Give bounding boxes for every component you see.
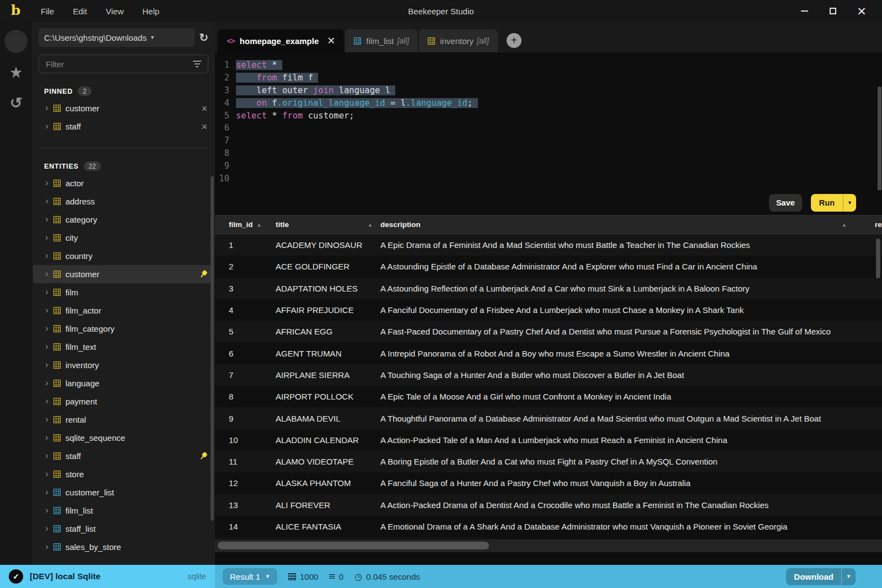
cell-title[interactable]: ADAPTATION HOLES [276, 284, 380, 293]
column-header-description[interactable]: description [380, 220, 882, 229]
table-row[interactable]: 9ALABAMA DEVILA Thoughtful Panorama of a… [215, 407, 882, 429]
chevron-right-icon[interactable]: › [45, 103, 49, 112]
column-header-title[interactable]: title ▲ [276, 220, 380, 229]
cell-title[interactable]: AFFAIR PREJUDICE [276, 305, 380, 315]
cell-film-id[interactable]: 14 [229, 522, 276, 531]
entity-item-sales_by_store[interactable]: ›sales_by_store [33, 538, 214, 556]
code-line-8[interactable]: 8 [215, 147, 882, 160]
pinned-item-customer[interactable]: ›customer× [33, 99, 214, 117]
cell-title[interactable]: AIRPORT POLLOCK [276, 392, 380, 401]
close-button[interactable]: ✕ [853, 3, 870, 19]
cell-description[interactable]: A Fanciful Saga of a Hunter And a Pastry… [380, 478, 882, 488]
download-label[interactable]: Download [786, 568, 841, 585]
cell-description[interactable]: A Touching Saga of a Hunter And a Butler… [380, 370, 882, 380]
sidebar-scrollbar[interactable] [211, 176, 214, 521]
entity-item-category[interactable]: ›category [33, 211, 214, 229]
chevron-right-icon[interactable]: › [45, 451, 49, 460]
tab-close-icon[interactable]: ✕ [327, 35, 335, 47]
cell-description[interactable]: A Action-Packed Tale of a Man And a Lumb… [380, 435, 882, 445]
code-line-6[interactable]: 6 [215, 122, 882, 134]
cell-film-id[interactable]: 9 [229, 414, 276, 423]
chevron-right-icon[interactable]: › [45, 305, 49, 315]
menu-help[interactable]: Help [136, 4, 166, 18]
entity-item-film_category[interactable]: ›film_category [33, 320, 214, 338]
code-line-4[interactable]: 4 on f.original_language_id = l.language… [215, 96, 882, 109]
cell-film-id[interactable]: 5 [229, 327, 276, 336]
result-select[interactable]: Result 1 ▼ [223, 568, 277, 585]
tab-film-list[interactable]: film_list [all] [345, 29, 418, 52]
cell-film-id[interactable]: 11 [229, 457, 276, 466]
entity-item-film_actor[interactable]: ›film_actor [33, 301, 214, 320]
column-header-film-id[interactable]: film_id ▲ [229, 220, 276, 229]
column-header-partial[interactable]: re [875, 220, 882, 229]
run-button[interactable]: Run ▼ [811, 194, 856, 212]
chevron-right-icon[interactable]: › [45, 196, 49, 206]
entity-item-film_text[interactable]: ›film_text [33, 338, 214, 356]
history-button[interactable]: ↺ [4, 91, 28, 115]
table-row[interactable]: 11ALAMO VIDEOTAPEA Boring Epistle of a B… [215, 451, 882, 472]
table-row[interactable]: 10ALADDIN CALENDARA Action-Packed Tale o… [215, 429, 882, 451]
table-row[interactable]: 1ACADEMY DINOSAURA Epic Drama of a Femin… [215, 234, 882, 256]
chevron-right-icon[interactable]: › [45, 178, 49, 187]
pin-icon[interactable] [197, 268, 209, 280]
connection-select[interactable]: C:\Users\ghstng\Downloads ▼ [39, 28, 195, 47]
cell-film-id[interactable]: 6 [229, 349, 276, 358]
results-scrollbar[interactable] [876, 239, 880, 278]
unpin-close-icon[interactable]: × [201, 104, 207, 114]
cell-description[interactable]: A Fanciful Documentary of a Frisbee And … [380, 305, 882, 315]
entity-item-sqlite_sequence[interactable]: ›sqlite_sequence [33, 429, 214, 447]
chevron-right-icon[interactable]: › [45, 360, 49, 369]
entity-item-city[interactable]: ›city [33, 229, 214, 247]
cell-description[interactable]: A Intrepid Panorama of a Robot And a Boy… [380, 349, 882, 358]
entity-item-staff[interactable]: ›staff [33, 447, 214, 465]
menu-file[interactable]: File [34, 4, 61, 18]
save-button[interactable]: Save [769, 194, 802, 212]
entity-item-inventory[interactable]: ›inventory [33, 356, 214, 374]
cell-title[interactable]: AGENT TRUMAN [276, 349, 380, 358]
code-line-3[interactable]: 3 left outer join language l [215, 84, 882, 97]
pin-icon[interactable] [197, 450, 209, 462]
download-button[interactable]: Download ▼ [786, 568, 856, 585]
chevron-right-icon[interactable]: › [45, 269, 49, 278]
table-row[interactable]: 8AIRPORT POLLOCKA Epic Tale of a Moose A… [215, 386, 882, 407]
chevron-right-icon[interactable]: › [45, 542, 49, 551]
entity-item-rental[interactable]: ›rental [33, 411, 214, 429]
entity-item-store[interactable]: ›store [33, 465, 214, 483]
table-row[interactable]: 13ALI FOREVERA Action-Packed Drama of a … [215, 494, 882, 516]
tab-homepage-example[interactable]: <> homepage_example ✕ [218, 29, 344, 52]
cell-film-id[interactable]: 2 [229, 262, 276, 271]
chevron-right-icon[interactable]: › [45, 323, 49, 333]
table-row[interactable]: 14ALICE FANTASIAA Emotional Drama of a A… [215, 516, 882, 537]
connections-button[interactable] [4, 30, 28, 53]
menu-view[interactable]: View [99, 4, 130, 18]
chevron-right-icon[interactable]: › [45, 287, 49, 296]
entity-item-payment[interactable]: ›payment [33, 392, 214, 411]
table-row[interactable]: 12ALASKA PHANTOMA Fanciful Saga of a Hun… [215, 472, 882, 494]
cell-title[interactable]: ALABAMA DEVIL [276, 414, 380, 423]
cell-description[interactable]: A Action-Packed Drama of a Dentist And a… [380, 500, 882, 510]
cell-title[interactable]: ACE GOLDFINGER [276, 262, 380, 271]
table-row[interactable]: 3ADAPTATION HOLESA Astounding Reflection… [215, 278, 882, 299]
chevron-right-icon[interactable]: › [45, 524, 49, 533]
cell-film-id[interactable]: 4 [229, 305, 276, 315]
cell-description[interactable]: A Thoughtful Panorama of a Database Admi… [380, 414, 882, 423]
table-row[interactable]: 2ACE GOLDFINGERA Astounding Epistle of a… [215, 256, 882, 277]
code-line-10[interactable]: 10 [215, 172, 882, 185]
editor-scrollbar[interactable] [878, 87, 881, 190]
entity-item-actor[interactable]: ›actor [33, 174, 214, 192]
favorites-button[interactable]: ★ [4, 61, 28, 84]
unpin-close-icon[interactable]: × [201, 122, 207, 132]
chevron-right-icon[interactable]: › [45, 342, 49, 351]
run-label[interactable]: Run [811, 194, 843, 212]
code-line-7[interactable]: 7 [215, 134, 882, 147]
chevron-right-icon[interactable]: › [45, 487, 49, 497]
run-dropdown-caret[interactable]: ▼ [843, 194, 856, 212]
chevron-right-icon[interactable]: › [45, 251, 49, 260]
entity-item-staff_list[interactable]: ›staff_list [33, 520, 214, 538]
cell-title[interactable]: ACADEMY DINOSAUR [276, 240, 380, 250]
new-tab-button[interactable]: + [507, 33, 521, 48]
download-dropdown-caret[interactable]: ▼ [841, 568, 856, 585]
cell-title[interactable]: ALICE FANTASIA [276, 522, 380, 531]
cell-description[interactable]: A Astounding Epistle of a Database Admin… [380, 262, 882, 271]
minimize-button[interactable] [796, 3, 813, 19]
